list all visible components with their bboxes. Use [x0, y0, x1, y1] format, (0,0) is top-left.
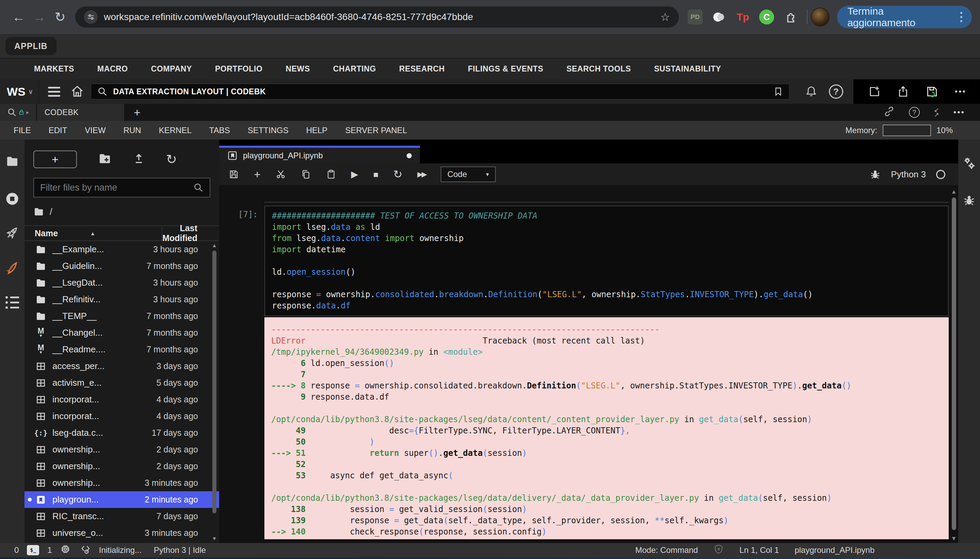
cell-type-dropdown[interactable]: Code ▾: [441, 167, 496, 182]
upload-icon[interactable]: [133, 152, 145, 166]
file-row[interactable]: __Example...3 hours ago: [25, 241, 219, 258]
notifications-bell-icon[interactable]: [805, 86, 817, 98]
file-row[interactable]: ownership...3 minutes ago: [25, 475, 219, 491]
debugger-icon[interactable]: [870, 169, 881, 180]
new-launcher-button[interactable]: +: [33, 150, 77, 168]
save-layout-icon[interactable]: [926, 85, 939, 98]
file-row[interactable]: __LsegDat...3 hours ago: [25, 275, 219, 291]
launcher-rocket-icon[interactable]: [5, 225, 20, 241]
menu-tabs[interactable]: TABS: [209, 126, 230, 135]
scrollbar-thumb[interactable]: [212, 251, 216, 513]
file-row[interactable]: M▼__Changel...7 months ago: [25, 324, 219, 341]
file-row[interactable]: {:}lseg-data.c...17 days ago: [25, 425, 219, 441]
profile-avatar[interactable]: [811, 8, 830, 26]
notebook-tab[interactable]: playground_API.ipynb: [219, 146, 420, 164]
file-row[interactable]: __Refinitiv...3 hours ago: [25, 291, 219, 308]
terminal-icon[interactable]: $_: [27, 545, 39, 555]
home-icon[interactable]: [69, 85, 91, 98]
kernel-name[interactable]: Python 3: [891, 169, 926, 180]
file-list-scrollbar[interactable]: ▲ ▼: [211, 242, 218, 542]
file-row[interactable]: __Guidelin...7 months ago: [25, 258, 219, 275]
file-row[interactable]: access_per...3 days ago: [25, 358, 219, 374]
debugger-panel-icon[interactable]: [963, 194, 975, 208]
file-row[interactable]: __TEMP__7 months ago: [25, 308, 219, 324]
menu-file[interactable]: FILE: [13, 126, 31, 135]
workspace-logo[interactable]: WS ∨: [0, 85, 38, 98]
menu-view[interactable]: VIEW: [85, 126, 106, 135]
file-row[interactable]: activism_e...5 days ago: [25, 374, 219, 391]
file-row[interactable]: universe_o...3 minutes ago: [25, 524, 219, 541]
file-row[interactable]: ownership...2 days ago: [25, 458, 219, 475]
run-cell-icon[interactable]: ▶: [351, 169, 358, 180]
file-filter-input[interactable]: [40, 182, 193, 193]
file-row[interactable]: playgroun...2 minutes ago: [25, 491, 219, 508]
tab-search-icon[interactable]: ▸: [0, 104, 36, 121]
address-bar[interactable]: workspace.refinitiv.com/web/layout?layou…: [75, 7, 679, 28]
nav-item-markets[interactable]: MARKETS: [34, 64, 74, 74]
new-folder-icon[interactable]: [98, 152, 112, 167]
browser-update-button[interactable]: Termina aggiornamento: [837, 6, 972, 28]
stop-kernel-icon[interactable]: ■: [373, 170, 378, 179]
nav-item-macro[interactable]: MACRO: [97, 64, 128, 74]
scrollbar-thumb[interactable]: [952, 197, 956, 530]
scroll-up-icon[interactable]: ▲: [952, 188, 955, 195]
cut-cells-icon[interactable]: [276, 169, 286, 179]
restart-run-all-icon[interactable]: ▶▶: [417, 170, 426, 179]
extension-pd-icon[interactable]: PD: [688, 10, 703, 25]
url-text[interactable]: workspace.refinitiv.com/web/layout?layou…: [104, 12, 656, 23]
file-row[interactable]: M▼__Readme....7 months ago: [25, 341, 219, 358]
bookmark-star-icon[interactable]: ☆: [660, 10, 670, 23]
tab-help-icon[interactable]: ?: [909, 107, 920, 118]
column-last-modified[interactable]: Last Modified: [162, 223, 219, 243]
property-inspector-icon[interactable]: [962, 156, 976, 172]
copy-cells-icon[interactable]: [301, 169, 311, 179]
command-mode-indicator[interactable]: Mode: Command: [635, 546, 698, 555]
save-icon[interactable]: [229, 169, 239, 179]
menu-kernel[interactable]: KERNEL: [159, 126, 191, 135]
table-of-contents-icon[interactable]: [5, 294, 19, 311]
kernel-status-icon[interactable]: [936, 170, 945, 179]
link-channel-icon[interactable]: [884, 106, 894, 119]
applib-tab[interactable]: APPLIB: [5, 37, 56, 55]
file-row[interactable]: ownership...2 days ago: [25, 441, 219, 458]
kernel-status-text[interactable]: Python 3 | Idle: [154, 546, 206, 555]
extension-tp-icon[interactable]: Tp: [735, 10, 750, 25]
help-icon[interactable]: ?: [829, 84, 843, 99]
file-row[interactable]: incorporat...4 days ago: [25, 391, 219, 408]
browser-reload-icon[interactable]: ↻: [49, 10, 71, 25]
tab-codebk[interactable]: CODEBK: [37, 104, 124, 121]
site-info-icon[interactable]: [84, 10, 98, 24]
file-row[interactable]: incorporat...4 days ago: [25, 408, 219, 425]
scroll-down-icon[interactable]: ▼: [212, 536, 217, 542]
file-browser-icon[interactable]: [5, 153, 19, 170]
breadcrumb[interactable]: /: [33, 206, 210, 217]
bookmark-flag-icon[interactable]: [774, 87, 783, 96]
more-options-icon[interactable]: •••: [955, 87, 967, 96]
paste-cells-icon[interactable]: [326, 169, 336, 179]
nav-item-portfolio[interactable]: PORTFOLIO: [215, 64, 263, 74]
browser-forward-icon[interactable]: →: [29, 10, 49, 25]
nav-item-sustainability[interactable]: SUSTAINABILITY: [654, 64, 721, 74]
running-kernels-icon[interactable]: [5, 191, 20, 207]
extensions-puzzle-icon[interactable]: [783, 10, 798, 25]
nav-item-research[interactable]: RESEARCH: [399, 64, 445, 74]
menu-run[interactable]: RUN: [124, 126, 141, 135]
scroll-up-icon[interactable]: ▲: [212, 242, 217, 248]
file-filter-field[interactable]: [33, 178, 210, 197]
menu-settings[interactable]: SETTINGS: [248, 126, 289, 135]
add-cell-icon[interactable]: +: [254, 168, 261, 181]
code-editor[interactable]: ##################### TEST OF ACCESS TO …: [264, 206, 949, 316]
menu-help[interactable]: HELP: [306, 126, 328, 135]
nav-item-news[interactable]: NEWS: [285, 64, 310, 74]
collapse-window-icon[interactable]: ↙↗: [934, 108, 939, 117]
restart-kernel-icon[interactable]: ↻: [393, 168, 403, 181]
refinitiv-logo-icon[interactable]: [5, 260, 20, 276]
refresh-icon[interactable]: ↻: [166, 152, 177, 167]
nav-item-filings-events[interactable]: FILINGS & EVENTS: [468, 64, 543, 74]
nav-item-company[interactable]: COMPANY: [151, 64, 192, 74]
nav-item-charting[interactable]: CHARTING: [333, 64, 376, 74]
kernel-chip-icon[interactable]: [60, 544, 71, 556]
chrome-menu-icon[interactable]: [960, 12, 962, 22]
file-row[interactable]: RIC_transc...7 days ago: [25, 508, 219, 524]
notebook-scrollbar[interactable]: ▲ ▼: [949, 188, 958, 542]
